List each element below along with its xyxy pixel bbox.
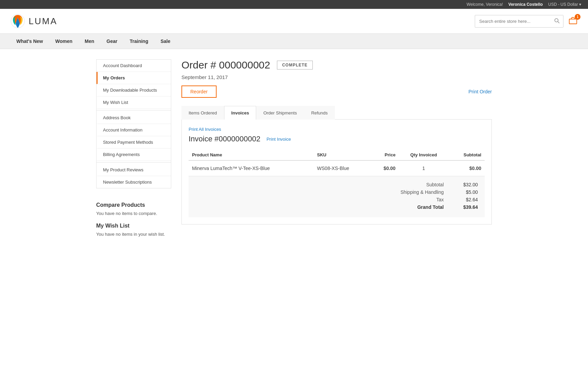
- totals-label-shipping: Shipping & Handling: [389, 189, 451, 195]
- totals-row-shipping: Shipping & Handling $5.00: [195, 189, 478, 195]
- totals-value-subtotal: $32.00: [451, 182, 478, 187]
- header-right: 1: [475, 15, 578, 28]
- cart-count: 1: [575, 14, 580, 20]
- col-qty-invoiced: Qty Invoiced: [399, 150, 449, 160]
- sidebar-wish-list: My Wish List You have no items in your w…: [96, 216, 171, 237]
- invoice-area: Print All Invoices Invoice #0000000002 P…: [181, 120, 492, 224]
- sidebar-item-address-book[interactable]: Address Book: [97, 112, 171, 124]
- search-box: [475, 15, 563, 28]
- order-title: Order # 000000002: [181, 59, 270, 71]
- sidebar-item-downloadable-products[interactable]: My Downloadable Products: [97, 84, 171, 96]
- order-date: September 11, 2017: [181, 74, 492, 80]
- currency-dropdown[interactable]: USD - US Dollar: [548, 2, 581, 7]
- sidebar-item-stored-payment[interactable]: Stored Payment Methods: [97, 136, 171, 149]
- print-order-link[interactable]: Print Order: [469, 89, 492, 94]
- compare-products-title: Compare Products: [96, 202, 171, 208]
- logo[interactable]: LUMA: [10, 14, 57, 29]
- sidebar-item-newsletter[interactable]: Newsletter Subscriptions: [97, 176, 171, 188]
- totals-label-grand: Grand Total: [389, 204, 451, 210]
- invoice-header: Invoice #0000000002 Print Invoice: [189, 135, 485, 143]
- print-invoice-link[interactable]: Print Invoice: [266, 137, 291, 142]
- totals-row-grand: Grand Total $39.64: [195, 204, 478, 210]
- top-bar: Welcome, Veronica! Veronica Costello USD…: [0, 0, 588, 9]
- header: LUMA 1: [0, 9, 588, 34]
- sidebar-item-product-reviews[interactable]: My Product Reviews: [97, 164, 171, 176]
- totals-label-tax: Tax: [389, 197, 451, 202]
- sidebar-item-account-info[interactable]: Account Information: [97, 124, 171, 136]
- user-name-dropdown[interactable]: Veronica Costello: [509, 2, 543, 7]
- search-icon: [554, 18, 560, 24]
- logo-icon: [10, 14, 25, 29]
- svg-point-1: [555, 18, 558, 22]
- col-subtotal: Subtotal: [449, 150, 485, 160]
- table-row: Minerva LumaTech™ V-Tee-XS-Blue WS08-XS-…: [189, 160, 485, 176]
- status-badge: COMPLETE: [277, 61, 313, 69]
- sidebar-divider-2: [97, 162, 171, 162]
- nav-item-women[interactable]: Women: [49, 34, 78, 49]
- nav-item-gear[interactable]: Gear: [100, 34, 123, 49]
- wish-list-title: My Wish List: [96, 223, 171, 229]
- totals-value-grand: $39.64: [451, 204, 478, 210]
- tab-order-shipments[interactable]: Order Shipments: [256, 106, 304, 120]
- sidebar-item-account-dashboard[interactable]: Account Dashboard: [97, 60, 171, 72]
- nav-item-sale[interactable]: Sale: [155, 34, 177, 49]
- table-header-row: Product Name SKU Price Qty Invoiced Subt…: [189, 150, 485, 160]
- tab-invoices[interactable]: Invoices: [224, 106, 256, 120]
- compare-products-text: You have no items to compare.: [96, 211, 171, 216]
- svg-rect-3: [569, 19, 577, 24]
- tab-items-ordered[interactable]: Items Ordered: [181, 106, 224, 120]
- sidebar-section-account: Account Dashboard My Orders My Downloada…: [96, 59, 171, 188]
- print-all-invoices-link[interactable]: Print All Invoices: [189, 127, 221, 132]
- nav-item-men[interactable]: Men: [78, 34, 100, 49]
- tab-refunds[interactable]: Refunds: [304, 106, 335, 120]
- main-content: Order # 000000002 COMPLETE September 11,…: [181, 59, 492, 237]
- sku-cell: WS08-XS-Blue: [314, 160, 371, 176]
- col-sku: SKU: [314, 150, 371, 160]
- totals-label-subtotal: Subtotal: [389, 182, 451, 187]
- totals-row-subtotal: Subtotal $32.00: [195, 182, 478, 187]
- sidebar-item-wish-list[interactable]: My Wish List: [97, 96, 171, 109]
- order-tabs: Items Ordered Invoices Order Shipments R…: [181, 106, 492, 120]
- totals-value-tax: $2.64: [451, 197, 478, 202]
- sidebar-item-billing-agreements[interactable]: Billing Agreements: [97, 149, 171, 161]
- reorder-button[interactable]: Reorder: [181, 86, 217, 98]
- totals-row-tax: Tax $2.64: [195, 197, 478, 202]
- welcome-text: Welcome, Veronica!: [467, 2, 503, 7]
- search-button[interactable]: [551, 15, 563, 27]
- product-name-cell: Minerva LumaTech™ V-Tee-XS-Blue: [189, 160, 314, 176]
- sidebar-compare-products: Compare Products You have no items to co…: [96, 195, 171, 216]
- sidebar-divider-1: [97, 110, 171, 110]
- col-price: Price: [371, 150, 399, 160]
- logo-text: LUMA: [29, 16, 57, 27]
- totals-value-shipping: $5.00: [451, 189, 478, 195]
- nav-item-whats-new[interactable]: What's New: [10, 34, 49, 49]
- sidebar-item-my-orders[interactable]: My Orders: [97, 72, 171, 84]
- search-input[interactable]: [475, 16, 551, 27]
- main-nav: What's New Women Men Gear Training Sale: [0, 34, 588, 49]
- sidebar: Account Dashboard My Orders My Downloada…: [96, 59, 171, 237]
- nav-item-training[interactable]: Training: [123, 34, 154, 49]
- content-area: Account Dashboard My Orders My Downloada…: [89, 49, 499, 247]
- subtotal-cell: $0.00: [449, 160, 485, 176]
- cart-button[interactable]: 1: [568, 16, 578, 27]
- order-actions: Reorder Print Order: [181, 86, 492, 98]
- price-cell: $0.00: [371, 160, 399, 176]
- invoice-table: Product Name SKU Price Qty Invoiced Subt…: [189, 150, 485, 176]
- col-product-name: Product Name: [189, 150, 314, 160]
- qty-cell: 1: [399, 160, 449, 176]
- wish-list-text: You have no items in your wish list.: [96, 232, 171, 237]
- totals-section: Subtotal $32.00 Shipping & Handling $5.0…: [189, 176, 485, 217]
- invoice-title: Invoice #0000000002: [189, 135, 260, 143]
- cart-icon-wrap: 1: [568, 16, 578, 27]
- order-header: Order # 000000002 COMPLETE: [181, 59, 492, 71]
- svg-line-2: [558, 21, 560, 23]
